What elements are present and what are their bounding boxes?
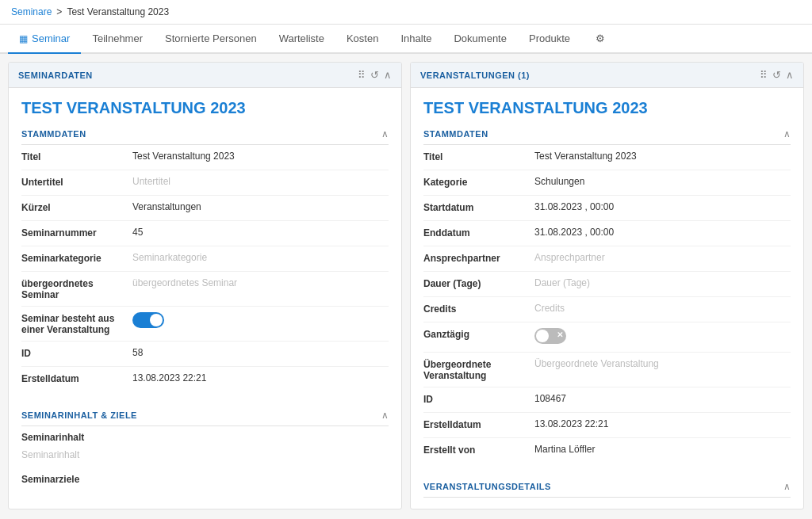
right-field-dauer: Dauer (Tage) Dauer (Tage): [423, 272, 791, 297]
seminarziele-label: Seminarziele: [21, 468, 389, 488]
seminar-toggle[interactable]: [132, 312, 164, 328]
chevron-up-icon-right[interactable]: ∧: [786, 69, 794, 81]
main-content: SEMINARDATEN ⠿ ↺ ∧ TEST VERANSTALTUNG 20…: [0, 54, 812, 517]
field-kuerzel: Kürzel Veranstaltungen: [21, 196, 389, 221]
right-stammdaten-chevron[interactable]: ∧: [783, 128, 791, 139]
gear-icon: ⚙: [596, 32, 605, 44]
tab-teilnehmer[interactable]: Teilnehmer: [81, 25, 154, 54]
dots-icon[interactable]: ⠿: [358, 69, 366, 81]
chevron-up-icon[interactable]: ∧: [384, 69, 392, 81]
tab-stornierte[interactable]: Stornierte Personen: [154, 25, 268, 54]
right-panel: VERANSTALTUNGEN (1) ⠿ ↺ ∧ TEST VERANSTAL…: [410, 62, 804, 509]
breadcrumb-link[interactable]: Seminare: [11, 6, 52, 17]
right-field-startdatum: Startdatum 31.08.2023 , 00:00: [423, 196, 791, 221]
right-field-credits: Credits Credits: [423, 297, 791, 322]
tab-seminar[interactable]: ▦ Seminar: [8, 25, 81, 54]
breadcrumb: Seminare > Test Veranstaltung 2023: [0, 0, 812, 25]
right-field-enddatum: Enddatum 31.08.2023 , 00:00: [423, 221, 791, 246]
left-seminarinhalt-header: SEMINARINHALT & ZIELE ∧: [21, 403, 389, 426]
left-panel-header: SEMINARDATEN ⠿ ↺ ∧: [9, 63, 401, 88]
tab-warteliste[interactable]: Warteliste: [268, 25, 335, 54]
right-stammdaten-section: STAMMDATEN ∧ Titel Test Veranstaltung 20…: [423, 128, 791, 464]
field-seminarnummer: Seminarnummer 45: [21, 221, 389, 246]
right-veranstaltungsdetails-section: VERANSTALTUNGSDETAILS ∧: [423, 475, 791, 498]
left-seminarinhalt-chevron[interactable]: ∧: [381, 410, 389, 421]
right-veranstaltungsdetails-header: VERANSTALTUNGSDETAILS ∧: [423, 475, 791, 498]
field-seminar-toggle: Seminar besteht auseiner Veranstaltung: [21, 307, 389, 342]
right-stammdaten-header: STAMMDATEN ∧: [423, 128, 791, 145]
left-panel: SEMINARDATEN ⠿ ↺ ∧ TEST VERANSTALTUNG 20…: [8, 62, 402, 509]
right-field-uebergeordnete-veranstaltung: ÜbergeordneteVeranstaltung Übergeordnete…: [423, 353, 791, 387]
left-panel-title: SEMINARDATEN: [18, 71, 93, 80]
left-panel-body: TEST VERANSTALTUNG 2023 STAMMDATEN ∧ Tit…: [9, 88, 401, 499]
right-field-id: ID 108467: [423, 387, 791, 413]
right-field-erstellt-von: Erstellt von Martina Löffler: [423, 438, 791, 464]
right-field-kategorie: Kategorie Schulungen: [423, 170, 791, 196]
breadcrumb-current: Test Veranstaltung 2023: [67, 6, 169, 17]
right-panel-body: TEST VERANSTALTUNG 2023 STAMMDATEN ∧ Tit…: [411, 88, 803, 509]
tab-dokumente[interactable]: Dokumente: [442, 25, 517, 54]
left-stammdaten-header: STAMMDATEN ∧: [21, 128, 389, 145]
refresh-icon[interactable]: ↺: [370, 69, 379, 81]
left-stammdaten-section: STAMMDATEN ∧ Titel Test Veranstaltung 20…: [21, 128, 389, 392]
seminarinhalt-placeholder: Seminarinhalt: [21, 446, 389, 464]
left-seminarinhalt-section: SEMINARINHALT & ZIELE ∧ Seminarinhalt Se…: [21, 403, 389, 488]
right-veranstaltungsdetails-title: VERANSTALTUNGSDETAILS: [423, 482, 551, 491]
right-field-ansprechpartner: Ansprechpartner Ansprechpartner: [423, 246, 791, 272]
dots-icon-right[interactable]: ⠿: [760, 69, 768, 81]
tabs-bar: ▦ Seminar Teilnehmer Stornierte Personen…: [0, 25, 812, 54]
right-panel-header: VERANSTALTUNGEN (1) ⠿ ↺ ∧: [411, 63, 803, 88]
right-stammdaten-title: STAMMDATEN: [423, 129, 488, 139]
right-field-titel: Titel Test Veranstaltung 2023: [423, 145, 791, 170]
left-stammdaten-chevron[interactable]: ∧: [381, 128, 389, 139]
right-field-ganztaegig: Ganztägig ✕: [423, 322, 791, 353]
left-panel-actions: ⠿ ↺ ∧: [358, 69, 392, 81]
refresh-icon-right[interactable]: ↺: [772, 69, 781, 81]
right-panel-actions: ⠿ ↺ ∧: [760, 69, 794, 81]
ganztaegig-toggle[interactable]: ✕: [534, 328, 566, 344]
field-untertitel: Untertitel Untertitel: [21, 170, 389, 196]
left-stammdaten-title: STAMMDATEN: [21, 129, 86, 139]
tab-inhalte[interactable]: Inhalte: [389, 25, 442, 54]
seminarinhalt-label: Seminarinhalt: [21, 426, 389, 446]
left-seminarinhalt-title: SEMINARINHALT & ZIELE: [21, 410, 137, 420]
right-panel-title: VERANSTALTUNGEN (1): [420, 71, 530, 80]
tab-kosten[interactable]: Kosten: [335, 25, 389, 54]
grid-icon: ▦: [19, 33, 28, 44]
right-main-title: TEST VERANSTALTUNG 2023: [423, 99, 791, 117]
tab-produkte[interactable]: Produkte: [518, 25, 581, 54]
right-veranstaltungsdetails-chevron[interactable]: ∧: [783, 481, 791, 492]
breadcrumb-separator: >: [56, 6, 62, 17]
field-titel: Titel Test Veranstaltung 2023: [21, 145, 389, 170]
field-uebergeordnetes-seminar: übergeordnetesSeminar übergeordnetes Sem…: [21, 272, 389, 307]
field-id: ID 58: [21, 342, 389, 367]
field-erstelldatum: Erstelldatum 13.08.2023 22:21: [21, 367, 389, 392]
left-main-title: TEST VERANSTALTUNG 2023: [21, 99, 389, 117]
tab-settings[interactable]: ⚙: [584, 25, 616, 54]
field-seminarkategorie: Seminarkategorie Seminarkategorie: [21, 246, 389, 272]
right-field-erstelldatum: Erstelldatum 13.08.2023 22:21: [423, 413, 791, 438]
